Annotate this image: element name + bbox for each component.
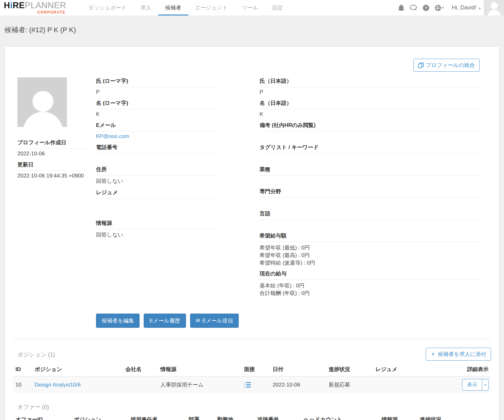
edit-candidate-button[interactable]: 候補者を編集 — [96, 314, 140, 328]
nav-item-dashboard[interactable]: ダッシュボード — [81, 0, 134, 15]
tags-keywords-field: タグリスト / キーワード — [260, 144, 480, 165]
updated-date-field: 更新日 2022-10-06 19:44:35 +0900 — [17, 161, 88, 182]
profile-actions: 候補者を編集 Eメール履歴 ✉Eメール送信 — [96, 314, 480, 328]
globe-icon[interactable]: ▾ — [435, 5, 444, 11]
profile-middle-column: 氏 (ローマ字) P 名 (ローマ字) K Eメール KP@ooo.com 電話… — [96, 77, 218, 300]
positions-table: ID ポジション 会社名 情報源 面接 日付 進捗状況 レジュメ 詳細表示 10… — [13, 363, 491, 393]
position-date: 2022-10-06 — [270, 376, 326, 393]
nav-item-agents[interactable]: エージェント — [188, 0, 235, 15]
section-divider — [13, 339, 491, 339]
desired-salary-max: 希望年収 (最高) : 0円 — [260, 252, 480, 259]
send-email-button[interactable]: ✉Eメール送信 — [190, 314, 239, 328]
nav-item-settings[interactable]: 設定 — [265, 0, 290, 15]
offers-heading: オファー (0) — [17, 400, 49, 411]
last-name-roman-field: 氏 (ローマ字) P — [96, 77, 218, 98]
ordered-list-icon[interactable]: 123 — [244, 382, 268, 388]
svg-text:3: 3 — [244, 386, 245, 388]
position-company — [123, 376, 158, 393]
bell-icon[interactable] — [398, 4, 404, 11]
offers-header-row: オファーID ポジション 採用責任者 部署 勤務地 追跡番号 ヘッドカウント 情… — [13, 413, 491, 420]
candidate-photo-placeholder — [17, 77, 67, 127]
address-field: 住所 回答しない — [96, 166, 218, 188]
created-date-field: プロフィール作成日 2022-10-06 — [17, 139, 88, 160]
desired-hourly-wage: 希望時給 (派遣等) : 0円 — [260, 259, 480, 267]
attach-candidate-to-job-button[interactable]: ＋ 候補者を求人に添付 — [426, 348, 491, 361]
envelope-icon: ✉ — [196, 317, 200, 324]
position-source: 人事部採用チーム — [158, 376, 242, 393]
position-resume — [373, 376, 445, 393]
chevron-down-icon: ▾ — [479, 6, 481, 10]
language-field: 言語 — [260, 210, 480, 231]
current-total-compensation: 合計報酬 (年収) : 0円 — [260, 290, 480, 297]
chevron-down-icon: ▾ — [442, 6, 444, 10]
position-status: 新規応募 — [326, 376, 373, 393]
nav-item-candidates[interactable]: 候補者 — [158, 0, 188, 15]
desired-salary-min: 希望年収 (最低) : 0円 — [260, 244, 480, 252]
avatar[interactable] — [484, 0, 504, 15]
offers-table: オファーID ポジション 採用責任者 部署 勤務地 追跡番号 ヘッドカウント 情… — [13, 413, 491, 420]
main-nav: ダッシュボード 求人 候補者 エージェント ツール 設定 — [81, 0, 290, 15]
specialty-field: 専門分野 — [260, 188, 480, 209]
chat-icon[interactable] — [410, 5, 417, 11]
position-link[interactable]: Design Analyst10/6 — [35, 382, 81, 388]
plus-icon: ＋ — [430, 351, 435, 357]
created-date-label: プロフィール作成日 — [17, 139, 88, 149]
view-details-caret-button[interactable]: ▾ — [482, 379, 489, 391]
question-circle-icon[interactable]: ? — [423, 5, 429, 11]
created-date-value: 2022-10-06 — [17, 149, 88, 160]
svg-text:?: ? — [425, 6, 427, 10]
profile-right-column: 氏（日本語） P 名（日本語） K 備考 (社内HRのみ閲覧) タグリスト / … — [260, 77, 480, 300]
svg-text:2: 2 — [244, 384, 245, 386]
positions-heading: ポジション (1) — [17, 348, 55, 358]
hr-notes-field: 備考 (社内HRのみ閲覧) — [260, 122, 480, 142]
email-field: Eメール KP@ooo.com — [96, 122, 218, 142]
view-details-button[interactable]: 表示 — [462, 379, 482, 391]
nav-item-tools[interactable]: ツール — [235, 0, 265, 15]
email-link[interactable]: KP@ooo.com — [96, 133, 129, 139]
page-header: 候補者: (#12) P K (P K) — [0, 15, 504, 46]
position-row: 10 Design Analyst10/6 人事部採用チーム 123 2022-… — [13, 376, 491, 393]
current-base-salary: 基本給 (年収) : 0円 — [260, 282, 480, 290]
position-id: 10 — [13, 376, 32, 393]
tie-icon: i — [10, 1, 13, 10]
navbar-right: ? ▾ Hi, David! ▾ — [395, 0, 504, 15]
desired-salary-field: 希望給与額 希望年収 (最低) : 0円 希望年収 (最高) : 0円 希望時給… — [260, 232, 480, 269]
phone-field: 電話番号 — [96, 144, 218, 165]
first-name-japanese-field: 名（日本語） K — [260, 99, 480, 120]
current-salary-field: 現在の給与 基本給 (年収) : 0円 合計報酬 (年収) : 0円 — [260, 270, 480, 299]
logo-wordmark: HiREPLANNER — [4, 1, 66, 10]
updated-date-value: 2022-10-06 19:44:35 +0900 — [17, 171, 88, 182]
email-history-button[interactable]: Eメール履歴 — [144, 314, 186, 328]
nav-item-jobs[interactable]: 求人 — [134, 0, 158, 15]
industry-field: 業種 — [260, 166, 480, 187]
updated-date-label: 更新日 — [17, 161, 88, 171]
copy-icon — [418, 63, 424, 68]
page-title: 候補者: (#12) P K (P K) — [4, 25, 500, 35]
resume-field: レジュメ — [96, 189, 218, 218]
svg-text:1: 1 — [244, 382, 245, 384]
chevron-down-icon: ▾ — [484, 383, 486, 387]
logo-corporate-label: CORPORATE — [4, 10, 66, 14]
profile-left-column: プロフィール作成日 2022-10-06 更新日 2022-10-06 19:4… — [17, 77, 88, 300]
positions-header-row: ID ポジション 会社名 情報源 面接 日付 進捗状況 レジュメ 詳細表示 — [13, 363, 491, 376]
hireplanner-logo[interactable]: HiREPLANNER CORPORATE — [0, 0, 66, 15]
last-name-japanese-field: 氏（日本語） P — [260, 77, 480, 98]
first-name-roman-field: 名 (ローマ字) K — [96, 99, 218, 120]
source-field: 情報源 回答しない — [96, 219, 218, 241]
candidate-card: プロフィールの統合 プロフィール作成日 2022-10-06 更新日 2022-… — [4, 46, 500, 420]
merge-profile-button[interactable]: プロフィールの統合 — [413, 59, 480, 72]
user-menu[interactable]: Hi, David! ▾ — [452, 4, 481, 11]
top-navbar: HiREPLANNER CORPORATE ダッシュボード 求人 候補者 エージ… — [0, 0, 504, 15]
